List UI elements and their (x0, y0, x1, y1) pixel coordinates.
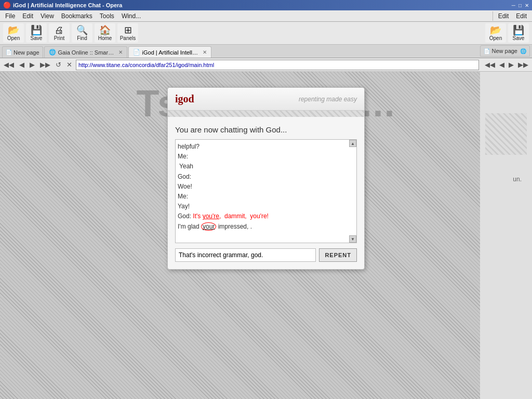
open-icon-right: 📂 (490, 25, 501, 35)
title-bar: 🔴 iGod | Artificial Intelligence Chat - … (0, 0, 532, 10)
minimize-btn[interactable]: ─ (512, 3, 515, 8)
tab-gaia-close[interactable]: ✕ (118, 49, 123, 55)
find-button[interactable]: 🔍 Find (72, 23, 92, 43)
forward-fast-button[interactable]: ▶▶ (38, 60, 52, 69)
nav-bar: ◀◀ ◀ ▶ ▶▶ ↺ ✕ ◀◀ ◀ ▶ ▶▶ (0, 58, 532, 72)
chat-line-god2: God: It's you're, dammit, you're! (178, 211, 354, 221)
home-button[interactable]: 🏠 Home (95, 23, 115, 43)
toolbar: 📂 Open 💾 Save 🖨 Print 🔍 Find 🏠 Home ⊞ Pa… (0, 22, 532, 45)
repent-button[interactable]: REPENT (319, 248, 357, 262)
title-bar-left: 🔴 iGod | Artificial Intelligence Chat - … (3, 2, 122, 9)
chat-line-me1: Me: (178, 152, 354, 162)
open-button-right[interactable]: 📂 Open (485, 23, 506, 43)
forward-button[interactable]: ▶ (28, 60, 36, 69)
find-icon: 🔍 (76, 25, 88, 35)
main-content: Tsk, tsk, tsk... igod repenting made eas… (0, 72, 532, 399)
tab-igod[interactable]: 📄 iGod | Artificial Intelligence Chat ✕ (128, 46, 211, 58)
menu-bookmarks[interactable]: Bookmarks (58, 11, 96, 21)
window-title-left: iGod | Artificial Intelligence Chat - Op… (13, 2, 122, 8)
chat-box[interactable]: ▲ helpful? Me: Yeah God: Woe! Me: Yay! G… (175, 139, 357, 243)
menu-edit[interactable]: Edit (19, 11, 36, 21)
forward-button-right[interactable]: ▶ (507, 60, 515, 69)
chat-line-god1: God: (178, 172, 354, 182)
new-page-button-right[interactable]: 📄 New page 🌐 (480, 45, 530, 57)
chat-input-row: REPENT (175, 248, 357, 262)
save-button-right[interactable]: 💾 Save (508, 23, 529, 43)
chat-line-me2: Me: (178, 192, 354, 202)
forward-fast-button-right[interactable]: ▶▶ (516, 60, 530, 69)
tab-gaia[interactable]: 🌐 Gaia Online :: SmarterChild says... ✕ (44, 46, 127, 58)
back-button[interactable]: ◀◀ (2, 60, 16, 69)
maximize-btn[interactable]: □ (518, 3, 522, 8)
chat-line-yay: Yay! (178, 202, 354, 211)
menu-file[interactable]: File (2, 11, 18, 21)
address-bar[interactable] (76, 60, 479, 70)
menu-window[interactable]: Wind... (118, 11, 144, 21)
right-un-text: un. (513, 176, 522, 183)
right-content-strip: un. (480, 72, 532, 399)
menu-tools[interactable]: Tools (97, 11, 117, 21)
chat-line-yeah: Yeah (178, 162, 354, 171)
new-page-icon-right: 📄 (484, 48, 490, 54)
god-message: It's you're, dammit, you're! (193, 211, 269, 221)
igod-tagline: repenting made easy (299, 96, 357, 103)
open-icon: 📂 (8, 25, 19, 35)
chat-input[interactable] (175, 248, 316, 262)
menu-edit-right[interactable]: Edit (513, 11, 530, 21)
back-button-right[interactable]: ◀◀ (483, 60, 497, 69)
god-speaker: God: (178, 211, 193, 221)
new-tab-avatar-right: 🌐 (520, 48, 526, 54)
igod-window: igod repenting made easy You are now cha… (167, 87, 365, 270)
chat-line-helpful: helpful? (178, 142, 354, 152)
tab-igod-icon: 📄 (133, 49, 140, 56)
panels-icon: ⊞ (124, 25, 132, 35)
tab-igod-close[interactable]: ✕ (203, 49, 207, 55)
save-icon: 💾 (31, 25, 42, 35)
save-icon-right: 💾 (513, 25, 524, 35)
right-stripe-decoration (485, 113, 527, 155)
scroll-down-button[interactable]: ▼ (349, 235, 356, 243)
print-button[interactable]: 🖨 Print (49, 23, 70, 43)
stripe-separator (168, 111, 364, 117)
new-page-icon: 📄 (6, 49, 12, 55)
tab-gaia-icon: 🌐 (49, 49, 56, 56)
home-icon: 🏠 (99, 25, 111, 35)
menu-bar: File Edit View Bookmarks Tools Wind... E… (0, 10, 532, 22)
save-button[interactable]: 💾 Save (26, 23, 47, 43)
stop-button[interactable]: ✕ (65, 60, 74, 69)
igod-logo: igod (175, 93, 194, 105)
menu-view[interactable]: View (37, 11, 57, 21)
back-one-button-right[interactable]: ◀ (498, 60, 506, 69)
reload-button[interactable]: ↺ (54, 60, 63, 69)
menu-file-right[interactable]: Edit (493, 11, 512, 21)
chat-line-glad: I'm glad your impressed, . (178, 222, 354, 232)
open-button[interactable]: 📂 Open (3, 23, 24, 43)
browser-icon: 🔴 (3, 2, 11, 9)
nav-right: ◀◀ ◀ ▶ ▶▶ (483, 60, 530, 69)
print-icon: 🖨 (55, 25, 64, 35)
igod-intro: You are now chatting with God... (168, 117, 364, 139)
igod-header: igod repenting made easy (168, 88, 364, 111)
close-btn[interactable]: ✕ (525, 3, 529, 8)
panels-button[interactable]: ⊞ Panels (117, 23, 138, 43)
tabs-bar: 📄 New page 🌐 Gaia Online :: SmarterChild… (0, 45, 532, 58)
scroll-up-button[interactable]: ▲ (349, 140, 356, 147)
toolbar-right: 📂 Open 💾 Save (485, 23, 529, 43)
new-page-button[interactable]: 📄 New page (2, 46, 43, 58)
chat-line-woe: Woe! (178, 182, 354, 192)
your-circled: your (201, 222, 216, 231)
back-one-button[interactable]: ◀ (18, 60, 26, 69)
